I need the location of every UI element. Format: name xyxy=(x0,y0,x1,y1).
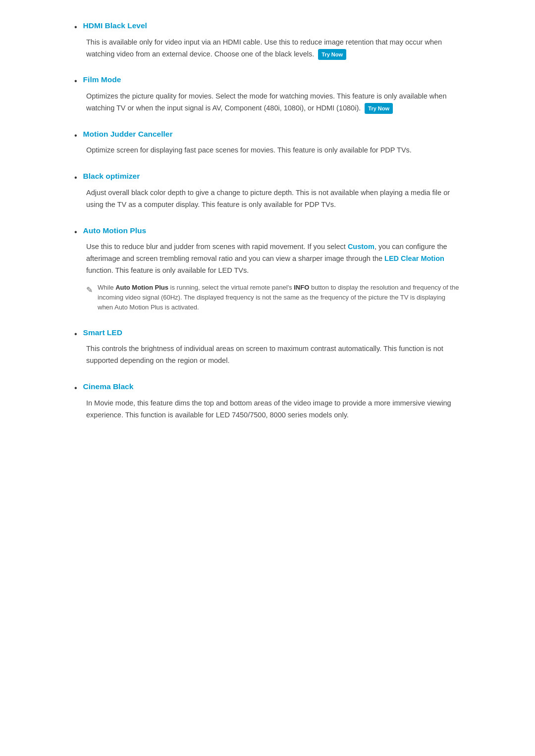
note-text: While Auto Motion Plus is running, selec… xyxy=(98,283,461,312)
item-header: • Motion Judder Canceller xyxy=(74,128,461,142)
item-header: • Cinema Black xyxy=(74,381,461,395)
item-body-film-mode: Optimizes the picture quality for movies… xyxy=(86,91,461,114)
item-body-motion-judder-canceller: Optimize screen for displaying fast pace… xyxy=(86,145,461,156)
item-title-cinema-black: Cinema Black xyxy=(83,381,134,393)
item-body-auto-motion-plus: Use this to reduce blur and judder from … xyxy=(86,241,461,312)
item-header: • Smart LED xyxy=(74,327,461,341)
item-title-auto-motion-plus: Auto Motion Plus xyxy=(83,225,146,237)
note-block: ✎ While Auto Motion Plus is running, sel… xyxy=(86,283,461,312)
list-item-film-mode: • Film Mode Optimizes the picture qualit… xyxy=(74,74,461,114)
page-container: • HDMI Black Level This is available onl… xyxy=(45,0,490,464)
item-body-text: In Movie mode, this feature dims the top… xyxy=(86,399,451,419)
note-auto-motion-plus: Auto Motion Plus xyxy=(115,284,168,291)
item-header: • Film Mode xyxy=(74,74,461,88)
list-item-cinema-black: • Cinema Black In Movie mode, this featu… xyxy=(74,381,461,421)
try-now-badge[interactable]: Try Now xyxy=(318,49,346,60)
list-item-black-optimizer: • Black optimizer Adjust overall black c… xyxy=(74,170,461,210)
bullet-icon: • xyxy=(74,328,77,341)
led-clear-motion-link[interactable]: LED Clear Motion xyxy=(384,254,444,262)
list-item-smart-led: • Smart LED This controls the brightness… xyxy=(74,327,461,367)
custom-link[interactable]: Custom xyxy=(348,243,374,251)
item-body-black-optimizer: Adjust overall black color depth to give… xyxy=(86,187,461,211)
pencil-icon: ✎ xyxy=(86,284,93,297)
item-body-text: Adjust overall black color depth to give… xyxy=(86,189,450,208)
item-body-text: Optimize screen for displaying fast pace… xyxy=(86,146,412,154)
item-title-black-optimizer: Black optimizer xyxy=(83,170,140,183)
item-title-hdmi-black-level: HDMI Black Level xyxy=(83,20,147,32)
bullet-icon: • xyxy=(74,382,77,395)
bullet-icon: • xyxy=(74,75,77,88)
item-header: • Auto Motion Plus xyxy=(74,225,461,239)
item-header: • HDMI Black Level xyxy=(74,20,461,34)
body-text-part3: function. This feature is only available… xyxy=(86,266,249,274)
item-title-film-mode: Film Mode xyxy=(83,74,121,86)
item-title-motion-judder-canceller: Motion Judder Canceller xyxy=(83,128,173,141)
item-header: • Black optimizer xyxy=(74,170,461,184)
note-info-button: INFO xyxy=(294,284,309,291)
bullet-icon: • xyxy=(74,21,77,34)
item-body-cinema-black: In Movie mode, this feature dims the top… xyxy=(86,398,461,421)
bullet-icon: • xyxy=(74,226,77,239)
item-body-smart-led: This controls the brightness of individu… xyxy=(86,343,461,367)
list-item-hdmi-black-level: • HDMI Black Level This is available onl… xyxy=(74,20,461,60)
bullet-icon: • xyxy=(74,129,77,142)
item-body-text: This is available only for video input v… xyxy=(86,38,442,58)
bullet-icon: • xyxy=(74,171,77,184)
list-item-motion-judder-canceller: • Motion Judder Canceller Optimize scree… xyxy=(74,128,461,157)
item-body-text: This controls the brightness of individu… xyxy=(86,345,443,364)
item-body-hdmi-black-level: This is available only for video input v… xyxy=(86,37,461,60)
list-item-auto-motion-plus: • Auto Motion Plus Use this to reduce bl… xyxy=(74,225,461,313)
body-text-part1: Use this to reduce blur and judder from … xyxy=(86,243,348,251)
item-title-smart-led: Smart LED xyxy=(83,327,122,339)
try-now-badge[interactable]: Try Now xyxy=(365,103,393,114)
